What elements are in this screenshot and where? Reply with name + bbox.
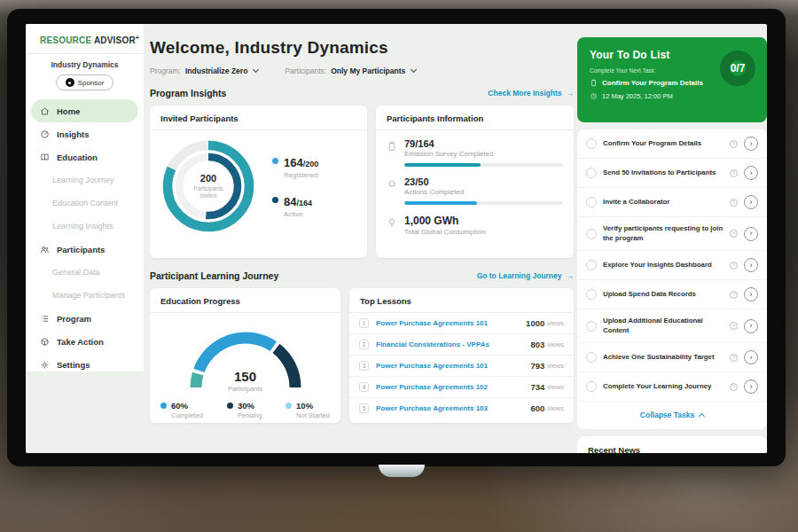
todo-task-row[interactable]: Upload Spend Data Records ? ›: [577, 280, 767, 309]
sidebar-item-take-action[interactable]: Take Action: [26, 330, 144, 353]
legend-completed: 60% Completed: [160, 401, 203, 419]
survey-clipboard-icon: [387, 141, 397, 152]
sidebar-item-settings[interactable]: Settings: [26, 353, 144, 376]
lesson-link[interactable]: Financial Considerations - VPPAs: [376, 340, 530, 348]
go-to-learning-journey-link[interactable]: Go to Learning Journey →: [477, 271, 574, 280]
chevron-right-button[interactable]: ›: [744, 137, 758, 151]
lesson-views-suffix: views: [547, 340, 564, 348]
participants-information-card: Participants Information 79/164 Emission…: [376, 106, 574, 258]
participants-dropdown[interactable]: Participants: Only My Participants: [285, 66, 416, 75]
sidebar-item-general-data[interactable]: General Data: [26, 261, 144, 284]
task-label: Send 50 Invitations to Participants: [603, 168, 724, 178]
task-checkbox[interactable]: [586, 381, 597, 392]
gauge-center-label: Participants: [179, 385, 312, 393]
actions-completed-row: 23/50 Actions Completed: [387, 176, 563, 205]
chevron-right-button[interactable]: ›: [744, 258, 758, 272]
organization-name: Industry Dynamics: [26, 60, 144, 69]
sidebar-item-education-content[interactable]: Education Content: [26, 192, 144, 215]
task-label: Upload Additional Educational Content: [603, 317, 724, 335]
monitor-stand: [379, 465, 425, 477]
legend-pending: 30% Pending: [227, 401, 262, 419]
chevron-right-button[interactable]: ›: [744, 227, 758, 241]
todo-due-date: 12 May 2025, 12:00 PM: [590, 92, 755, 100]
chevron-right-button[interactable]: ›: [744, 195, 758, 209]
card-title: Participants Information: [376, 106, 574, 130]
check-more-insights-link[interactable]: Check More Insights →: [488, 89, 574, 98]
info-icon: ?: [730, 383, 738, 391]
task-label: Invite a Collaborator: [603, 198, 724, 207]
chevron-right-button[interactable]: ›: [744, 287, 758, 301]
lightbulb-icon: [387, 217, 397, 228]
lesson-rank-badge: 2: [359, 340, 369, 349]
chevron-down-icon: [411, 66, 417, 73]
gear-icon: [40, 360, 50, 370]
emission-survey-row: 79/164 Emission Survey Completed: [387, 138, 563, 167]
info-icon: ?: [730, 262, 738, 270]
lesson-row: 1 Power Purchase Agreements 101 1000 vie…: [349, 313, 574, 334]
sponsor-icon: [66, 78, 74, 87]
todo-task-row[interactable]: Upload Additional Educational Content ? …: [577, 309, 767, 343]
arrow-right-icon: →: [567, 89, 575, 98]
task-checkbox[interactable]: [586, 321, 597, 332]
page-title: Welcome, Industry Dynamics: [150, 38, 574, 58]
task-checkbox[interactable]: [586, 229, 597, 239]
legend-dot: [272, 158, 278, 164]
sidebar-item-learning-insights[interactable]: Learning Insights: [26, 215, 144, 238]
sidebar-item-learning-journey[interactable]: Learning Journey: [26, 168, 144, 192]
todo-tasks-list: Confirm Your Program Details ? › Send 50…: [577, 129, 767, 402]
todo-tasks-card: Confirm Your Program Details ? › Send 50…: [577, 129, 767, 429]
chevron-right-button[interactable]: ›: [744, 166, 758, 180]
todo-task-row[interactable]: Confirm Your Program Details ? ›: [577, 129, 767, 159]
task-checkbox[interactable]: [586, 289, 597, 300]
donut-center-value: 200: [200, 173, 216, 184]
arrow-right-icon: →: [567, 271, 575, 280]
task-checkbox[interactable]: [586, 197, 597, 207]
donut-legend: 164/200 Registered 84/164 Active: [272, 154, 318, 218]
info-icon: ?: [730, 199, 738, 207]
sidebar-item-manage-participants[interactable]: Manage Participants: [26, 284, 144, 307]
lesson-link[interactable]: Power Purchase Agreements 103: [376, 404, 530, 412]
emission-progress-bar: [404, 163, 563, 167]
card-title: Education Progress: [150, 288, 340, 313]
task-checkbox[interactable]: [586, 138, 597, 149]
task-checkbox[interactable]: [586, 260, 597, 270]
actions-progress-bar: [404, 201, 563, 205]
collapse-tasks-link[interactable]: Collapse Tasks: [577, 402, 767, 429]
todo-task-row[interactable]: Invite a Collaborator ? ›: [577, 188, 767, 217]
sidebar-item-home[interactable]: Home: [31, 99, 138, 122]
lesson-row: 3 Power Purchase Agreements 101 793 view…: [349, 356, 574, 377]
card-title: Invited Participants: [150, 106, 367, 130]
task-checkbox[interactable]: [586, 352, 597, 363]
lesson-rank-badge: 3: [359, 361, 369, 371]
todo-task-row[interactable]: Complete Your Learning Journey ? ›: [577, 372, 767, 402]
legend-not-started: 10% Not Started: [286, 401, 330, 419]
sidebar-divider: [26, 53, 144, 54]
clock-icon: [590, 92, 598, 100]
lesson-views-suffix: views: [547, 319, 564, 327]
lesson-link[interactable]: Power Purchase Agreements 101: [376, 362, 530, 370]
lesson-views-count: 793: [530, 361, 544, 371]
program-dropdown[interactable]: Program: Industrialize Zero: [150, 66, 258, 75]
lesson-link[interactable]: Power Purchase Agreements 102: [376, 383, 530, 391]
todo-summary-card: Your To Do List Complete Your Next Task:…: [577, 37, 767, 122]
sidebar-item-participants[interactable]: Participants: [26, 238, 144, 261]
sidebar-item-program[interactable]: Program: [26, 307, 144, 330]
sidebar-item-education[interactable]: Education: [26, 145, 144, 168]
task-checkbox[interactable]: [586, 168, 597, 178]
lesson-row: 4 Power Purchase Agreements 102 734 view…: [349, 377, 574, 398]
invited-participants-card: Invited Participants: [150, 106, 367, 258]
todo-task-row[interactable]: Explore Your Insights Dashboard ? ›: [577, 251, 767, 280]
chevron-right-button[interactable]: ›: [744, 350, 758, 364]
info-icon: ?: [730, 322, 738, 330]
invited-participants-donut-chart: 200 Participants Invited: [159, 137, 258, 236]
lesson-link[interactable]: Power Purchase Agreements 101: [376, 319, 526, 327]
todo-task-row[interactable]: Send 50 Invitations to Participants ? ›: [577, 159, 767, 188]
sidebar-item-insights[interactable]: Insights: [26, 122, 144, 145]
recent-news-card: Recent News: [577, 436, 767, 453]
chevron-right-button[interactable]: ›: [744, 379, 758, 394]
todo-task-row[interactable]: Verify participants requesting to join t…: [577, 217, 767, 251]
action-box-icon: [40, 337, 50, 347]
chevron-right-button[interactable]: ›: [744, 319, 758, 333]
task-label: Complete Your Learning Journey: [603, 382, 724, 392]
todo-task-row[interactable]: Achieve One Sustainability Target ? ›: [577, 343, 767, 372]
